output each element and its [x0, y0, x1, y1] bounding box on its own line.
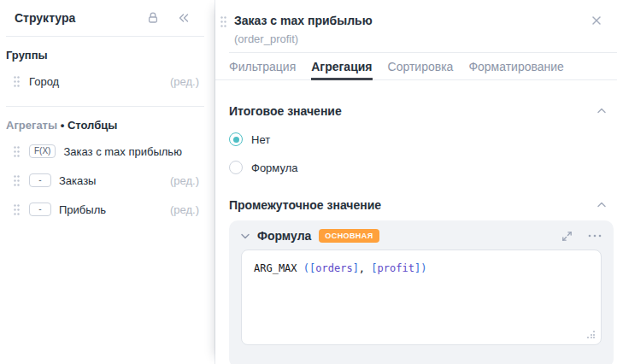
tab-filtering[interactable]: Фильтрация — [229, 53, 296, 79]
item-label: Заказ с max прибылью — [63, 145, 181, 158]
sidebar-item-pribyl[interactable]: - Прибыль (ред.) — [6, 197, 199, 222]
aggregates-title-muted: Агрегаты — [6, 119, 57, 132]
formula-code-line: ARG_MAX ([orders], [profit]) — [254, 261, 589, 275]
drag-handle-icon[interactable] — [14, 76, 20, 87]
radio-option-none[interactable]: Нет — [229, 132, 617, 146]
total-value-title: Итоговое значение — [229, 104, 342, 118]
collapse-double-chevron-left-icon[interactable] — [177, 11, 191, 25]
code-token: [ — [371, 262, 377, 274]
drag-handle-icon[interactable] — [14, 204, 20, 215]
radio-option-formula[interactable]: Формула — [229, 161, 617, 174]
code-token: orders — [315, 262, 352, 274]
intermediate-value-title: Промежуточное значение — [229, 198, 381, 212]
aggregates-title-strong: Столбцы — [68, 119, 117, 132]
chevron-up-icon[interactable] — [596, 106, 607, 116]
edit-link[interactable]: (ред.) — [170, 174, 199, 187]
total-value-section-header: Итоговое значение — [229, 104, 617, 118]
item-label: Город — [29, 75, 59, 88]
drag-handle-icon[interactable] — [220, 16, 226, 27]
aggregation-type-badge[interactable]: F(X) — [29, 144, 56, 158]
panel-header-text: Заказ с max прибылью (order_profit) — [234, 14, 373, 45]
code-token: ) — [420, 262, 426, 274]
tab-aggregation[interactable]: Агрегация — [311, 53, 372, 79]
sidebar-divider — [6, 36, 204, 37]
formula-card: Формула ОСНОВНАЯ — [229, 220, 614, 364]
aggregation-type-badge[interactable]: - — [29, 203, 51, 216]
sidebar-divider — [6, 106, 204, 107]
aggregates-title-separator: • — [61, 119, 65, 132]
structure-header: Структура — [0, 0, 214, 36]
chevron-down-icon[interactable] — [240, 231, 250, 241]
drag-handle-icon[interactable] — [14, 175, 20, 186]
panel-header: Заказ с max прибылью (order_profit) — [215, 0, 617, 52]
aggregates-section: Агрегаты • Столбцы F(X) Заказ с max приб… — [0, 119, 214, 222]
main-formula-badge: ОСНОВНАЯ — [319, 229, 379, 243]
field-settings-panel: Заказ с max прибылью (order_profit) Филь… — [215, 0, 617, 364]
panel-subtitle: (order_profit) — [234, 32, 373, 45]
code-token: ] — [353, 262, 359, 274]
aggregates-section-title: Агрегаты • Столбцы — [6, 119, 199, 132]
formula-card-header: Формула ОСНОВНАЯ — [229, 220, 614, 250]
aggregation-type-badge[interactable]: - — [29, 173, 51, 187]
item-label: Прибыль — [59, 203, 106, 216]
radio-unselected-icon[interactable] — [229, 161, 243, 174]
sidebar-item-order-profit[interactable]: F(X) Заказ с max прибылью — [6, 138, 199, 164]
code-token: , — [359, 262, 371, 274]
radio-label[interactable]: Нет — [251, 133, 270, 146]
tab-sorting[interactable]: Сортировка — [388, 53, 454, 79]
lock-icon[interactable] — [146, 11, 160, 25]
code-token: ARG_MAX — [254, 262, 303, 274]
radio-selected-icon[interactable] — [229, 132, 243, 146]
groups-section: Группы Город (ред.) — [0, 49, 214, 94]
structure-sidebar: Структура Группы Город (ред.) — [0, 0, 215, 364]
panel-title: Заказ с max прибылью — [234, 14, 373, 28]
drag-handle-icon[interactable] — [14, 146, 20, 157]
sidebar-item-gorod[interactable]: Город (ред.) — [6, 68, 199, 94]
sidebar-item-zakazy[interactable]: - Заказы (ред.) — [6, 167, 199, 193]
formula-code-editor[interactable]: ARG_MAX ([orders], [profit]) — [241, 250, 602, 345]
groups-section-title: Группы — [6, 49, 199, 62]
code-token: ( — [303, 262, 309, 274]
chevron-up-icon[interactable] — [596, 200, 607, 210]
code-token: profit — [378, 262, 414, 274]
tab-formatting[interactable]: Форматирование — [468, 53, 564, 79]
resize-grip-icon[interactable] — [587, 331, 595, 338]
item-label: Заказы — [59, 174, 96, 187]
formula-card-title: Формула — [257, 229, 311, 243]
structure-title: Структура — [15, 11, 129, 25]
formula-card-actions — [561, 230, 602, 243]
radio-label[interactable]: Формула — [251, 161, 297, 174]
intermediate-value-section-header: Промежуточное значение — [229, 198, 617, 212]
more-options-icon[interactable] — [588, 234, 602, 238]
expand-icon[interactable] — [561, 230, 573, 243]
tab-bar: Фильтрация Агрегация Сортировка Форматир… — [215, 53, 617, 80]
panel-body: Итоговое значение Нет Формула Промежуточ… — [215, 104, 617, 364]
edit-link[interactable]: (ред.) — [170, 203, 199, 216]
edit-link[interactable]: (ред.) — [170, 75, 199, 88]
close-icon[interactable] — [590, 14, 603, 27]
